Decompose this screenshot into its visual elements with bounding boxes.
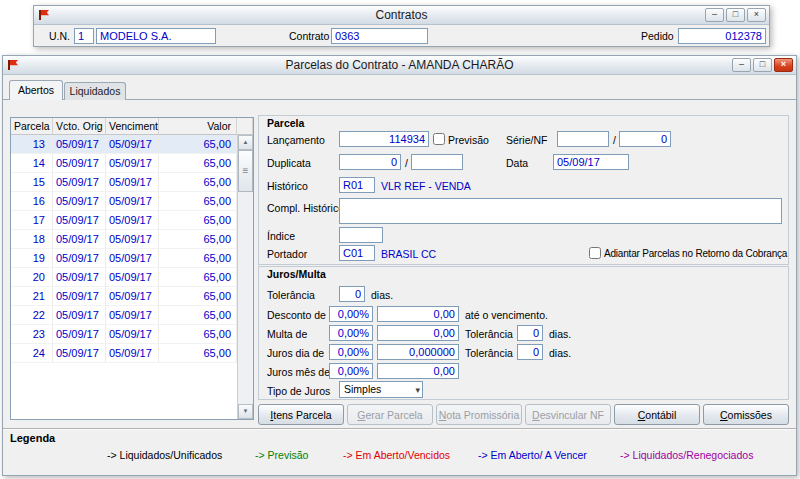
juros-dia-tolerancia-field[interactable] — [517, 344, 543, 360]
pedido-label: Pedido — [641, 28, 674, 44]
juros-mes-valor-field[interactable] — [377, 363, 459, 379]
table-row[interactable]: 2305/09/1705/09/1765,00 — [11, 325, 253, 344]
close-button[interactable]: × — [747, 8, 766, 22]
table-cell: 05/09/17 — [106, 249, 159, 268]
table-cell: 05/09/17 — [53, 211, 106, 230]
tipo-juros-label: Tipo de Juros — [267, 383, 330, 399]
scrollbar-grip-icon: ≡ — [243, 165, 249, 176]
juros-mes-pct-field[interactable] — [329, 363, 373, 379]
table-row[interactable]: 1405/09/1705/09/1765,00 — [11, 154, 253, 173]
table-row[interactable]: 2405/09/1705/09/1765,00 — [11, 344, 253, 363]
tipo-juros-select[interactable]: Simples ▾ — [339, 381, 423, 398]
indice-field[interactable] — [339, 227, 383, 243]
column-header[interactable]: Valor — [159, 118, 237, 135]
action-button[interactable]: Nota Promissória — [436, 404, 522, 425]
tolerancia-label: Tolerância — [267, 287, 315, 303]
parcelas-titlebar[interactable]: Parcelas do Contrato - AMANDA CHARÃO – □… — [3, 56, 796, 75]
lancamento-label: Lançamento — [267, 132, 325, 148]
maximize-button[interactable]: □ — [753, 58, 772, 72]
serie-nf-separator: / — [613, 132, 616, 148]
window-title: Parcelas do Contrato - AMANDA CHARÃO — [3, 58, 796, 72]
table-cell: 05/09/17 — [53, 287, 106, 306]
maximize-button[interactable]: □ — [726, 8, 745, 22]
table-row[interactable]: 1905/09/1705/09/1765,00 — [11, 249, 253, 268]
tab-abertos[interactable]: Abertos — [9, 80, 63, 100]
close-icon: × — [781, 59, 786, 69]
tab-liquidados[interactable]: Liquidados — [64, 82, 126, 100]
column-header[interactable]: Vcto. Orig — [53, 118, 106, 135]
previsao-checkbox[interactable] — [433, 133, 445, 145]
duplicata-field[interactable] — [339, 154, 401, 170]
contrato-label: Contrato — [289, 28, 329, 44]
table-cell: 05/09/17 — [53, 135, 106, 154]
table-row[interactable]: 2105/09/1705/09/1765,00 — [11, 287, 253, 306]
table-cell: 22 — [11, 306, 53, 325]
adiantar-checkbox[interactable] — [589, 247, 601, 259]
serie-nf-label: Série/NF — [506, 132, 547, 148]
multa-pct-field[interactable] — [329, 325, 373, 341]
nf-field[interactable] — [619, 131, 671, 147]
table-header-filler — [237, 118, 253, 135]
table-cell: 05/09/17 — [106, 154, 159, 173]
table-row[interactable]: 1305/09/1705/09/1765,00 — [11, 135, 253, 154]
column-header[interactable]: Vencimento — [106, 118, 159, 135]
table-cell: 05/09/17 — [53, 173, 106, 192]
table-cell: 05/09/17 — [106, 268, 159, 287]
historico-code-field[interactable] — [339, 177, 375, 193]
serie-field[interactable] — [557, 131, 609, 147]
action-button[interactable]: Gerar Parcela — [347, 404, 433, 425]
legend-item: -> Previsão — [255, 449, 308, 461]
legenda-title: Legenda — [10, 432, 55, 444]
minimize-button[interactable]: – — [732, 58, 751, 72]
minimize-button[interactable]: – — [705, 8, 724, 22]
table-cell: 14 — [11, 154, 53, 173]
chevron-down-icon: ▾ — [415, 383, 420, 398]
juros-dia-dias-suffix: dias. — [549, 345, 571, 361]
juros-dia-pct-field[interactable] — [329, 344, 373, 360]
juros-dia-valor-field[interactable] — [377, 344, 459, 360]
column-header[interactable]: Parcela — [11, 118, 53, 135]
pedido-field[interactable] — [678, 28, 766, 44]
desconto-pct-field[interactable] — [329, 306, 373, 322]
table-row[interactable]: 1705/09/1705/09/1765,00 — [11, 211, 253, 230]
table-row[interactable]: 1805/09/1705/09/1765,00 — [11, 230, 253, 249]
action-button-label: Contábil — [615, 409, 699, 421]
action-button[interactable]: Itens Parcela — [258, 404, 344, 425]
table-row[interactable]: 1505/09/1705/09/1765,00 — [11, 173, 253, 192]
action-button[interactable]: Contábil — [614, 404, 700, 425]
contratos-titlebar[interactable]: Contratos – □ × — [34, 6, 769, 25]
desconto-valor-field[interactable] — [377, 306, 459, 322]
scroll-up-button[interactable]: ▲ — [238, 135, 253, 150]
scrollbar-thumb[interactable]: ≡ — [238, 150, 253, 192]
compl-historico-field[interactable] — [339, 198, 782, 224]
legend-item: -> Liquidados/Unificados — [107, 449, 222, 461]
lancamento-field[interactable] — [339, 131, 429, 147]
portador-code-field[interactable] — [339, 245, 375, 261]
table-cell: 05/09/17 — [53, 154, 106, 173]
close-button[interactable]: × — [774, 58, 793, 72]
table-cell: 65,00 — [159, 325, 237, 344]
table-row[interactable]: 2005/09/1705/09/1765,00 — [11, 268, 253, 287]
table-cell: 05/09/17 — [106, 287, 159, 306]
table-cell: 05/09/17 — [53, 344, 106, 363]
table-row[interactable]: 2205/09/1705/09/1765,00 — [11, 306, 253, 325]
data-field[interactable] — [553, 154, 629, 170]
multa-tolerancia-field[interactable] — [517, 325, 543, 341]
table-cell: 05/09/17 — [106, 306, 159, 325]
action-button[interactable]: Comissões — [703, 404, 789, 425]
contrato-field[interactable] — [331, 28, 428, 44]
company-field[interactable] — [96, 28, 216, 44]
table-cell: 65,00 — [159, 344, 237, 363]
action-button-label: Itens Parcela — [259, 409, 343, 421]
un-field[interactable] — [74, 28, 94, 44]
table-cell: 65,00 — [159, 154, 237, 173]
tolerancia-field[interactable] — [339, 286, 365, 302]
action-button[interactable]: Desvincular NF — [525, 404, 611, 425]
multa-valor-field[interactable] — [377, 325, 459, 341]
table-row[interactable]: 1605/09/1705/09/1765,00 — [11, 192, 253, 211]
juros-multa-group: Juros/Multa Tolerância dias. Desconto de… — [258, 266, 789, 400]
table-cell: 24 — [11, 344, 53, 363]
duplicata-seq-field[interactable] — [411, 154, 463, 170]
scroll-down-button[interactable]: ▼ — [238, 404, 253, 419]
table-scrollbar[interactable]: ▲ ≡ ▼ — [237, 135, 253, 419]
